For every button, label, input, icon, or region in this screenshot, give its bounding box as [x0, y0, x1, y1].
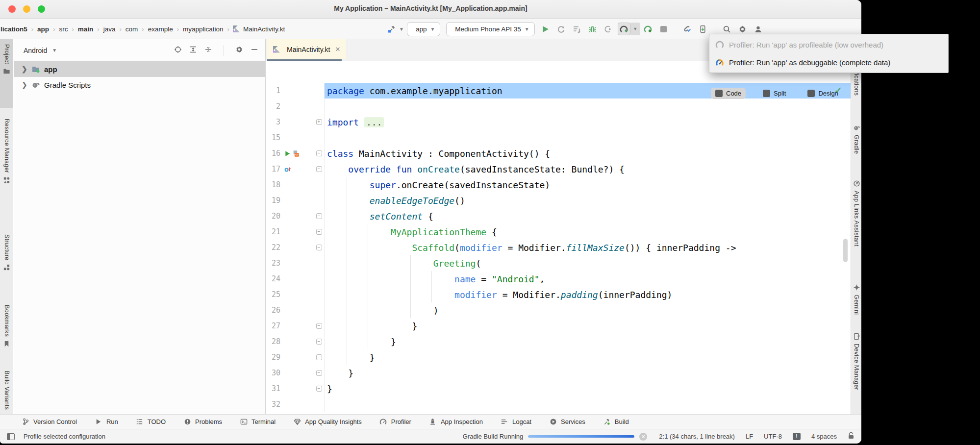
tool-stripe-app-links-assistant[interactable]: App Links Assistant [851, 179, 861, 275]
tool-window-services[interactable]: Services [549, 418, 585, 426]
file-encoding[interactable]: UTF-8 [764, 433, 782, 440]
stop-button[interactable] [657, 23, 670, 35]
line-number: 31 [266, 384, 282, 393]
cancel-build-icon[interactable]: ✕ [639, 433, 647, 441]
app-links-icon [853, 180, 860, 187]
editor-scrollbar[interactable] [843, 239, 848, 262]
titlebar: My Application – MainActivity.kt [My_App… [0, 0, 861, 19]
popup-item-profiler-profileable[interactable]: Profiler: Run 'app' as profileable (low … [709, 36, 948, 53]
breadcrumb-src[interactable]: src [58, 25, 68, 33]
expand-all-icon [189, 46, 197, 53]
debug-app-button[interactable] [586, 23, 599, 35]
breadcrumb-com[interactable]: com [125, 25, 139, 33]
run-configuration-selector[interactable]: app▼ [407, 22, 440, 36]
fold-marker-icon[interactable]: − [316, 339, 322, 345]
run-line-icon[interactable] [284, 150, 291, 157]
tool-stripe-label: Structure [3, 234, 10, 260]
tool-window-profiler[interactable]: Profiler [379, 418, 411, 426]
code-text: Greeting( [325, 255, 851, 271]
tool-window-logcat[interactable]: Logcat [501, 418, 531, 426]
chevron-down-icon: ▼ [525, 26, 529, 32]
tool-window-version-control[interactable]: Version Control [22, 418, 77, 426]
tree-expand-icon[interactable]: ❯ [22, 65, 27, 73]
popup-item-profiler-debuggable[interactable]: Profiler: Run 'app' as debuggable (compl… [709, 53, 948, 71]
editor-mode-code[interactable]: Code [711, 88, 746, 99]
device-selector[interactable]: Medium Phone API 35▼ [446, 22, 534, 36]
lock-icon[interactable] [848, 432, 854, 441]
caret-position[interactable]: 2:1 (34 chars, 1 line break) [659, 433, 735, 440]
tool-stripe-structure[interactable]: Structure [0, 234, 13, 294]
main-area: ProjectResource ManagerStructureBookmark… [0, 39, 861, 414]
breadcrumb-app[interactable]: app [37, 25, 50, 33]
tool-stripe-gradle[interactable]: Gradle [851, 124, 861, 166]
gradle-sync-button[interactable] [681, 23, 694, 35]
fold-marker-icon[interactable]: + [316, 119, 322, 125]
breadcrumb-mainactivity-kt[interactable]: MainActivity.kt [243, 25, 285, 33]
breadcrumb-example[interactable]: example [148, 25, 174, 33]
profiler-dropdown-button[interactable]: ▼ [630, 23, 640, 35]
tool-window-toggle-icon[interactable] [7, 433, 15, 440]
collapse-all-button[interactable] [204, 46, 212, 55]
tree-node-app[interactable]: ❯app [14, 61, 265, 77]
fold-marker-icon[interactable]: − [316, 213, 322, 219]
tool-stripe-device-manager[interactable]: Device Manager [851, 332, 861, 410]
editor-mode-design[interactable]: Design [803, 88, 842, 99]
tool-window-app-quality-insights[interactable]: App Quality Insights [293, 418, 362, 426]
tool-stripe-tifications[interactable]: tifications [851, 69, 861, 114]
make-module-button[interactable] [385, 23, 398, 35]
fold-marker-icon[interactable]: − [316, 370, 322, 376]
tool-stripe-gemini[interactable]: Gemini [851, 283, 861, 327]
notifications-icon[interactable]: ! [793, 433, 801, 440]
breadcrumb-java[interactable]: java [103, 25, 116, 33]
fold-marker-icon[interactable]: − [316, 323, 322, 329]
fold-marker-icon[interactable]: − [316, 386, 322, 392]
tool-window-build[interactable]: Build [603, 418, 629, 426]
fold-marker-icon[interactable]: − [316, 245, 322, 250]
tab-mainactivity[interactable]: MainActivity.kt ✕ [267, 39, 346, 59]
hide-panel-button[interactable] [251, 46, 258, 55]
fold-marker-icon[interactable]: − [316, 354, 322, 360]
code-line-2: 2 [266, 99, 851, 114]
tool-window-problems[interactable]: Problems [183, 418, 222, 426]
tool-stripe-resource-manager[interactable]: Resource Manager [0, 119, 13, 222]
breadcrumb-separator: › [97, 25, 99, 33]
breadcrumb-lication5[interactable]: lication5 [0, 25, 28, 33]
breadcrumb-separator: › [142, 25, 144, 33]
aqi-icon [294, 418, 301, 425]
run-app-button[interactable] [539, 23, 552, 35]
profile-debuggable-button[interactable] [642, 23, 654, 35]
rerun-button[interactable] [555, 23, 568, 35]
panel-options-button[interactable] [235, 46, 243, 55]
running-devices-button[interactable] [697, 23, 709, 35]
tool-window-app-inspection[interactable]: App Inspection [429, 418, 483, 426]
fold-marker-icon[interactable]: − [316, 150, 322, 156]
tool-window-label: Services [561, 418, 585, 425]
fold-marker-icon[interactable]: − [316, 229, 322, 235]
tree-node-gradle-scripts[interactable]: ❯Gradle Scripts [14, 77, 265, 93]
code-area[interactable]: CodeSplitDesign 1package com.example.mya… [266, 61, 851, 414]
tool-window-todo[interactable]: TODO [136, 418, 166, 426]
tool-window-terminal[interactable]: Terminal [240, 418, 276, 426]
tree-expand-icon[interactable]: ❯ [22, 81, 27, 89]
indent-setting[interactable]: 4 spaces [811, 433, 837, 440]
line-separator[interactable]: LF [746, 433, 753, 440]
breadcrumb-myapplication[interactable]: myapplication [182, 25, 224, 33]
tool-window-run[interactable]: Run [95, 418, 118, 426]
editor-mode-split[interactable]: Split [758, 88, 790, 99]
tool-stripe-label: Project [3, 44, 10, 64]
expand-all-button[interactable] [189, 46, 197, 55]
tool-stripe-bookmarks[interactable]: Bookmarks [0, 305, 13, 360]
profiler-button[interactable] [618, 23, 630, 35]
close-tab-icon[interactable]: ✕ [335, 46, 340, 53]
code-text [325, 130, 851, 146]
fold-marker-icon[interactable]: − [316, 166, 322, 172]
editor[interactable]: MainActivity.kt ✕ CodeSplitDesign 1packa… [266, 39, 851, 414]
attach-debugger-button[interactable] [602, 23, 615, 35]
make-module-dropdown-icon[interactable]: ▼ [399, 26, 404, 32]
tool-stripe-project[interactable]: Project [0, 39, 13, 108]
rerun-icon [557, 25, 565, 33]
locate-file-button[interactable] [174, 46, 182, 55]
problems-icon [184, 418, 191, 425]
breadcrumb-main[interactable]: main [77, 25, 94, 33]
apply-changes-button[interactable] [571, 23, 583, 35]
